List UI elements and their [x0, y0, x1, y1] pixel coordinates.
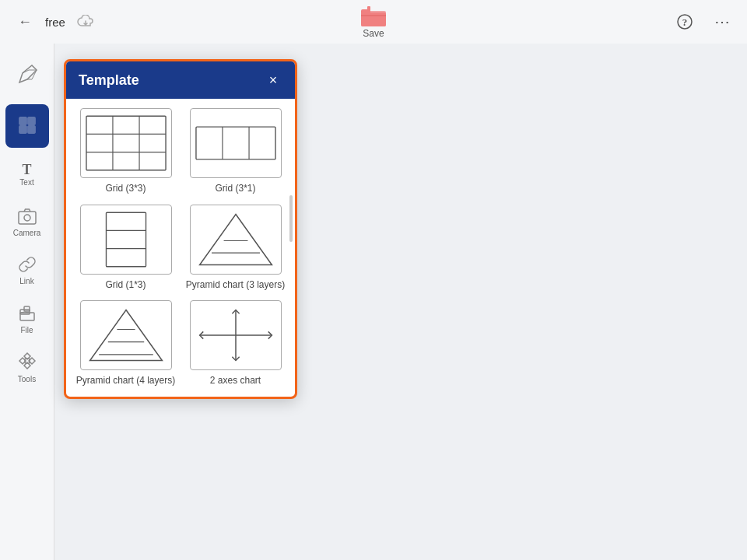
grid-1x3-svg — [81, 205, 171, 274]
pyramid-4-svg — [81, 301, 171, 369]
dialog-content: Grid (3*3) Grid (3*1) — [66, 99, 295, 397]
svg-rect-1 — [361, 12, 386, 26]
scrollbar — [289, 195, 293, 242]
svg-point-11 — [24, 215, 30, 221]
svg-rect-24 — [106, 212, 146, 267]
svg-rect-9 — [28, 126, 35, 133]
cloud-icon[interactable] — [73, 9, 98, 34]
folder-icon — [359, 5, 388, 28]
axes-2-svg — [191, 301, 281, 369]
sidebar-item-camera[interactable]: Camera — [5, 201, 49, 244]
template-preview-pyramid-4[interactable] — [80, 300, 172, 370]
text-icon: T — [22, 163, 31, 177]
template-grid-3x3[interactable]: Grid (3*3) — [75, 108, 176, 195]
svg-rect-14 — [24, 306, 30, 311]
svg-rect-6 — [19, 117, 26, 124]
more-icon: ⋯ — [714, 12, 731, 31]
template-dialog: Template × Grid (3*3) — [64, 59, 297, 399]
file-icon — [18, 303, 37, 324]
svg-rect-8 — [19, 126, 26, 133]
topbar-left: ← free — [12, 9, 98, 34]
logo-area[interactable] — [5, 53, 49, 96]
template-preview-grid-3x1[interactable] — [190, 108, 282, 178]
topbar-right: ? ⋯ — [672, 9, 735, 34]
template-pyramid-3[interactable]: Pyramid chart (3 layers) — [185, 205, 286, 292]
sidebar: T Text Camera Link — [0, 44, 54, 560]
template-axes-2[interactable]: 2 axes chart — [185, 300, 286, 387]
grid-3x1-svg — [191, 109, 281, 177]
svg-rect-21 — [195, 127, 275, 159]
sidebar-file-label: File — [20, 326, 33, 334]
template-pyramid-4[interactable]: Pyramid chart (4 layers) — [75, 300, 176, 387]
more-button[interactable]: ⋯ — [710, 9, 735, 34]
template-preview-grid-1x3[interactable] — [80, 205, 172, 275]
camera-icon — [18, 208, 37, 227]
close-icon: × — [269, 72, 278, 89]
template-label-pyramid-3: Pyramid chart (3 layers) — [186, 279, 285, 292]
template-label-grid-3x1: Grid (3*1) — [215, 183, 255, 195]
cloud-svg — [77, 15, 94, 29]
template-preview-axes-2[interactable] — [190, 300, 282, 370]
link-icon — [18, 256, 37, 275]
svg-rect-10 — [19, 212, 36, 224]
template-label-pyramid-4: Pyramid chart (4 layers) — [76, 375, 175, 387]
svg-marker-30 — [89, 310, 162, 361]
sidebar-item-text[interactable]: T Text — [5, 152, 49, 196]
sidebar-tools-label: Tools — [18, 375, 36, 383]
sidebar-camera-label: Camera — [13, 229, 41, 237]
sidebar-item-tools[interactable]: Tools — [5, 345, 49, 389]
logo-icon — [15, 62, 40, 87]
template-label-grid-1x3: Grid (1*3) — [105, 279, 146, 292]
template-label-axes-2: 2 axes chart — [210, 375, 261, 387]
template-label-grid-3x3: Grid (3*3) — [105, 183, 146, 195]
back-button[interactable]: ← — [12, 9, 37, 34]
help-button[interactable]: ? — [672, 9, 697, 34]
topbar-title: free — [45, 16, 65, 29]
template-grid-1x3[interactable]: Grid (1*3) — [75, 205, 176, 292]
sidebar-link-label: Link — [19, 277, 33, 285]
svg-marker-27 — [199, 214, 272, 264]
template-preview-pyramid-3[interactable] — [190, 205, 282, 275]
svg-rect-3 — [367, 6, 370, 11]
sidebar-item-link[interactable]: Link — [5, 249, 49, 292]
dialog-title: Template — [79, 72, 139, 89]
topbar: ← free Save ? — [0, 0, 747, 44]
sidebar-item-file[interactable]: File — [5, 297, 49, 341]
template-icon — [18, 116, 37, 137]
sidebar-text-label: Text — [19, 178, 33, 187]
template-preview-grid-3x3[interactable] — [80, 108, 172, 178]
help-icon: ? — [676, 13, 693, 30]
canvas-area: Template × Grid (3*3) — [54, 44, 747, 560]
topbar-center: Save — [359, 5, 388, 39]
grid-3x3-svg — [81, 109, 171, 177]
save-button[interactable]: Save — [359, 5, 388, 39]
svg-rect-7 — [28, 117, 35, 124]
pyramid-3-svg — [191, 205, 281, 274]
svg-rect-16 — [86, 116, 165, 170]
dialog-header: Template × — [66, 61, 295, 99]
template-grid-3x1[interactable]: Grid (3*1) — [185, 108, 286, 195]
save-label: Save — [363, 28, 384, 39]
svg-text:?: ? — [682, 16, 688, 28]
back-icon: ← — [18, 14, 32, 30]
sidebar-item-template[interactable] — [5, 104, 49, 148]
tools-icon — [17, 351, 37, 373]
dialog-close-button[interactable]: × — [264, 71, 282, 89]
